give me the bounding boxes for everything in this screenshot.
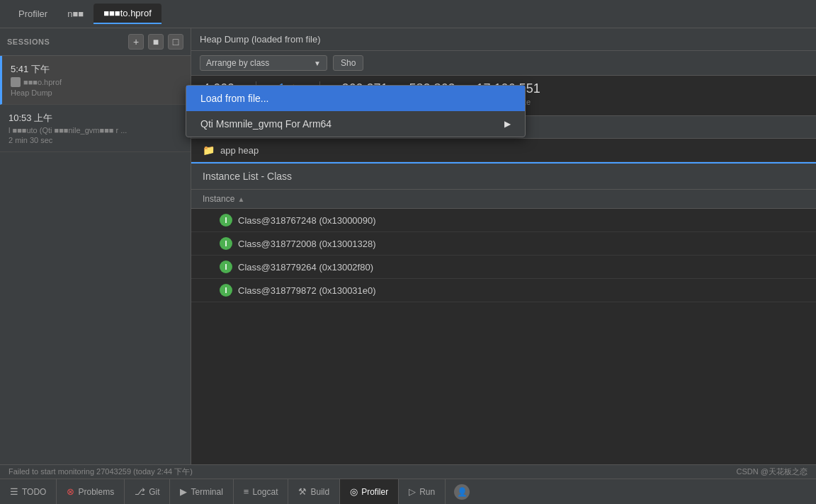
sidebar-header: SESSIONS + ■ □ <box>0 28 191 56</box>
file-icon-0 <box>11 77 21 87</box>
logcat-label: Logcat <box>252 487 278 497</box>
build-label: Build <box>310 487 329 497</box>
tab-n[interactable]: n■■ <box>57 4 94 23</box>
instance-label-2: Class@318779264 (0x13002f80) <box>238 262 373 273</box>
tab-build[interactable]: ⚒ Build <box>288 479 340 504</box>
session-item-1[interactable]: 10:53 上午 l ■■■uto (Qti ■■■nile_gvm■■■ r … <box>0 105 191 152</box>
tab-logcat[interactable]: ≡ Logcat <box>234 479 289 504</box>
profiler-label: Profiler <box>361 487 388 497</box>
class-row-label: app heap <box>220 145 259 156</box>
tab-git[interactable]: ⎇ Git <box>125 479 170 504</box>
session-file-1: l ■■■uto (Qti ■■■nile_gvm■■■ r ... <box>8 126 182 134</box>
dropdown-item-load[interactable]: Load from file... <box>186 86 525 111</box>
bottom-message-bar: Failed to start monitoring 27043259 (tod… <box>0 464 816 479</box>
instance-label-3: Class@318779872 (0x130031e0) <box>238 285 376 296</box>
add-session-button[interactable]: + <box>128 34 144 50</box>
list-icon: ☰ <box>10 486 18 497</box>
instance-item-1[interactable]: I Class@318772008 (0x13001328) <box>191 232 816 256</box>
session-file-0: ■■■o.hprof <box>11 77 182 87</box>
instance-icon-1: I <box>220 237 232 250</box>
instance-icon-0: I <box>220 214 232 227</box>
problems-label: Problems <box>78 487 114 497</box>
session-label-0: Heap Dump <box>11 88 182 97</box>
show-button[interactable]: Sho <box>333 55 363 71</box>
stop-session-button[interactable]: ■ <box>148 34 164 50</box>
arrange-label: Arrange by class <box>206 58 269 68</box>
expand-session-button[interactable]: □ <box>168 34 183 50</box>
heap-dump-title: Heap Dump (loaded from file) <box>200 34 321 45</box>
instance-column-header: Instance ▲ <box>191 190 816 209</box>
logcat-icon: ≡ <box>244 486 249 497</box>
tab-todo[interactable]: ☰ TODO <box>0 479 57 504</box>
sidebar-title: SESSIONS <box>7 38 124 46</box>
status-tabs: ☰ TODO ⊗ Problems ⎇ Git ▶ Terminal ≡ Log… <box>0 479 816 504</box>
chevron-down-icon: ▼ <box>314 59 321 67</box>
instance-icon-3: I <box>220 284 232 297</box>
instance-icon-2: I <box>220 260 232 273</box>
instance-list-header: Instance List - Class <box>191 162 816 190</box>
sort-arrow-icon: ▲ <box>237 195 244 203</box>
tab-profiler[interactable]: ◎ Profiler <box>340 479 399 504</box>
arrange-select[interactable]: Arrange by class ▼ <box>200 55 327 71</box>
terminal-label: Terminal <box>191 487 222 497</box>
qti-label: Qti Msmnile_gvmq For Arm64 <box>200 118 332 130</box>
instance-label-1: Class@318772008 (0x13001328) <box>238 239 376 249</box>
user-avatar[interactable]: 👤 <box>454 484 470 500</box>
dropdown-item-qti[interactable]: Qti Msmnile_gvmq For Arm64 ▶ <box>186 111 525 137</box>
dropdown-menu: Load from file... Qti Msmnile_gvmq For A… <box>186 85 526 137</box>
instance-col-label: Instance <box>203 194 234 204</box>
instance-item-3[interactable]: I Class@318779872 (0x130031e0) <box>191 279 816 302</box>
folder-icon: 📁 <box>203 144 215 156</box>
run-label: Run <box>419 487 435 497</box>
status-message: Failed to start monitoring 27043259 (tod… <box>8 466 193 477</box>
tab-hprof[interactable]: ■■■to.hprof <box>94 4 162 24</box>
git-label: Git <box>149 487 159 497</box>
title-bar: Profiler n■■ ■■■to.hprof <box>0 0 816 28</box>
git-icon: ⎇ <box>135 486 145 497</box>
run-icon: ▷ <box>409 486 416 497</box>
class-row-app-heap[interactable]: 📁 app heap <box>191 139 816 162</box>
submenu-arrow-icon: ▶ <box>504 119 511 129</box>
build-icon: ⚒ <box>298 486 307 497</box>
instance-item-0[interactable]: I Class@318767248 (0x13000090) <box>191 209 816 232</box>
todo-label: TODO <box>22 487 46 497</box>
tab-problems[interactable]: ⊗ Problems <box>57 479 125 504</box>
session-time-1: 10:53 上午 <box>8 112 182 125</box>
tab-terminal[interactable]: ▶ Terminal <box>170 479 233 504</box>
instance-label-0: Class@318767248 (0x13000090) <box>238 215 376 226</box>
session-label-1: 2 min 30 sec <box>8 136 182 144</box>
content-header: Heap Dump (loaded from file) <box>191 28 816 51</box>
load-from-file-label: Load from file... <box>200 93 269 104</box>
terminal-icon: ▶ <box>180 486 187 497</box>
app-title-tab: Profiler <box>8 4 57 23</box>
credit-text: CSDN @天花板之恋 <box>737 466 808 477</box>
status-bar: ☰ TODO ⊗ Problems ⎇ Git ▶ Terminal ≡ Log… <box>0 479 816 504</box>
toolbar-row: Arrange by class ▼ Sho <box>191 51 816 76</box>
tab-run[interactable]: ▷ Run <box>399 479 446 504</box>
error-icon: ⊗ <box>67 486 74 497</box>
instance-item-2[interactable]: I Class@318779264 (0x13002f80) <box>191 256 816 279</box>
session-time-0: 5:41 下午 <box>11 63 182 76</box>
profiler-icon: ◎ <box>350 486 358 497</box>
session-item-0[interactable]: 5:41 下午 ■■■o.hprof Heap Dump <box>0 56 191 105</box>
sidebar: SESSIONS + ■ □ 5:41 下午 ■■■o.hprof Heap D… <box>0 28 191 479</box>
